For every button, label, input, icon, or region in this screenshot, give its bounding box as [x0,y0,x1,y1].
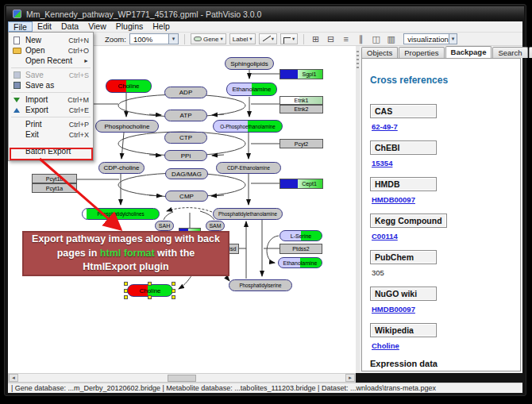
menu-view[interactable]: View [83,21,111,32]
scroll-left-icon[interactable]: ◄ [9,374,18,382]
selection-handle[interactable] [172,289,175,293]
pathway-node[interactable]: Phosphatidylserine [229,279,292,291]
new-file-icon [12,36,21,44]
zoom-combobox[interactable]: 100% ▾ [129,33,179,44]
gene-node[interactable]: Cept1 [279,179,323,189]
draw-connector-button[interactable]: ▾ [280,33,298,44]
pathway-node[interactable]: CDP-Ethanolamine [216,162,281,174]
tab-legend[interactable]: Legend [529,47,532,58]
gene-node[interactable]: Sgpl1 [279,69,323,79]
pathway-node[interactable]: SAH [155,221,174,231]
tab-objects[interactable]: Objects [361,47,398,58]
scroll-track[interactable] [18,374,345,382]
backpage-panel[interactable]: Cross references CAS 62-49-7 ChEBI 15354… [361,58,521,371]
menu-file[interactable]: File [8,21,33,32]
menu-edit[interactable]: Edit [33,21,56,32]
gene-node[interactable]: Pcyt1a [32,183,77,193]
menu-item-export[interactable]: Export Ctrl+E [9,105,93,115]
crossref-section: CAS 62-49-7 [370,103,512,131]
pathway-node[interactable]: ADP [164,87,207,98]
selection-handle[interactable] [148,282,152,286]
gene-node[interactable]: Pcyt1b [32,174,77,183]
pathway-node[interactable]: Phosphocholine [95,120,159,133]
callout-line1: Export pathway images along with back [32,233,220,247]
visualization-dropdown-icon[interactable]: ▾ [449,34,457,44]
crossref-link[interactable]: 62-49-7 [372,122,512,131]
crossref-link[interactable]: C00114 [372,232,512,240]
selection-handle[interactable] [124,282,128,286]
submenu-arrow-icon: ► [83,58,89,63]
menu-item-save-as[interactable]: Save as [9,80,93,90]
gene-dropdown-icon[interactable]: ▾ [221,36,223,42]
connector-dropdown-icon[interactable]: ▾ [292,36,295,42]
file-menu-popup: New Ctrl+N Open Ctrl+O Open Recent ► Sav… [8,32,94,161]
tab-properties[interactable]: Properties [399,47,444,58]
pathway-node[interactable]: L-Serine [279,230,322,241]
crossref-link[interactable]: 15354 [372,159,512,167]
gene-node[interactable]: Ptdss2 [279,244,322,254]
selection-handle[interactable] [124,295,128,299]
crossref-source: Wikipedia [370,323,437,337]
export-icon [12,106,21,114]
pathway-node[interactable]: ATP [164,110,207,121]
gene-node[interactable]: Pcyt2 [279,139,323,148]
pathway-node[interactable]: Phosphatidylethanolamine [213,208,283,220]
pathway-node[interactable]: CTP [164,132,207,144]
pathway-node[interactable]: Sphingolipids [225,57,274,70]
menu-item-open-recent[interactable]: Open Recent ► [9,56,93,66]
selection-handle[interactable] [172,295,175,299]
menu-item-save[interactable]: Save Ctrl+S [9,70,93,80]
menu-item-exit[interactable]: Exit Ctrl+X [9,129,93,140]
menu-plugins[interactable]: Plugins [111,21,148,32]
menu-separator [11,67,91,68]
draw-line-button[interactable]: ▾ [259,33,277,44]
pathway-node[interactable]: SAM [206,221,225,231]
selection-handle[interactable] [148,295,152,299]
menu-item-import[interactable]: Import Ctrl+M [9,94,93,105]
line-dropdown-icon[interactable]: ▾ [272,36,274,42]
stack-vertical-icon[interactable]: ∥ [355,33,367,44]
stack-horizontal-icon[interactable]: ≡ [340,33,352,44]
pathway-node[interactable]: Phosphatidylcholines [82,208,160,220]
gene-node[interactable]: Etnk2 [279,105,323,114]
pathway-node[interactable]: DAG/MAG [165,168,208,179]
visualization-combobox[interactable]: visualization ▾ [403,33,457,44]
save-as-icon [12,81,21,90]
align-center-y-icon[interactable]: ⊟ [325,33,337,44]
scroll-thumb[interactable] [168,375,196,382]
crossref-link[interactable]: HMDB00097 [372,195,512,204]
zoom-dropdown-icon[interactable]: ▾ [168,34,178,44]
selection-handle[interactable] [172,282,175,286]
crossref-link[interactable]: HMDB00097 [372,305,512,314]
callout-highlight: html format [100,248,155,259]
pathway-node[interactable]: CDP-choline [98,162,145,174]
menu-item-print[interactable]: Print Ctrl+P [9,119,93,129]
crossref-source: ChEBI [370,140,437,155]
menu-item-new[interactable]: New Ctrl+N [9,35,93,45]
pathway-node[interactable]: Choline [106,79,152,93]
crossref-link[interactable]: Choline [372,341,512,350]
align-top-icon[interactable]: ◫ [370,33,382,44]
pathway-node[interactable]: CMP [165,190,208,202]
crossref-source: PubChem [370,250,437,264]
pathway-node[interactable]: PPi [164,150,207,161]
pathway-node[interactable]: Ethanolamine [278,257,322,268]
align-center-x-icon[interactable]: ⊞ [310,33,322,44]
title-bar[interactable]: Mm_Kennedy_pathway_WP1771_45176.gpml - P… [6,6,524,21]
crossref-section: NuGO wiki HMDB00097 [370,286,512,314]
pathway-node[interactable]: Ethanolamine [226,83,277,96]
add-label-button[interactable]: Label ▾ [229,33,256,44]
tab-backpage[interactable]: Backpage [445,46,492,58]
selection-handle[interactable] [124,289,128,293]
horizontal-scrollbar[interactable]: ◄ ► [8,373,356,383]
add-gene-button[interactable]: Gene ▾ [191,33,226,44]
menu-item-open[interactable]: Open Ctrl+O [9,45,93,56]
menu-data[interactable]: Data [56,21,83,32]
scroll-right-icon[interactable]: ► [345,374,355,382]
menu-help[interactable]: Help [148,21,175,32]
pathway-node[interactable]: O-Phosphoethanolamine [213,120,283,133]
align-bottom-icon[interactable]: ▥ [385,33,397,44]
label-dropdown-icon[interactable]: ▾ [249,36,252,42]
tab-search[interactable]: Search [492,47,527,58]
gene-node[interactable]: Etnk1 [279,96,323,105]
